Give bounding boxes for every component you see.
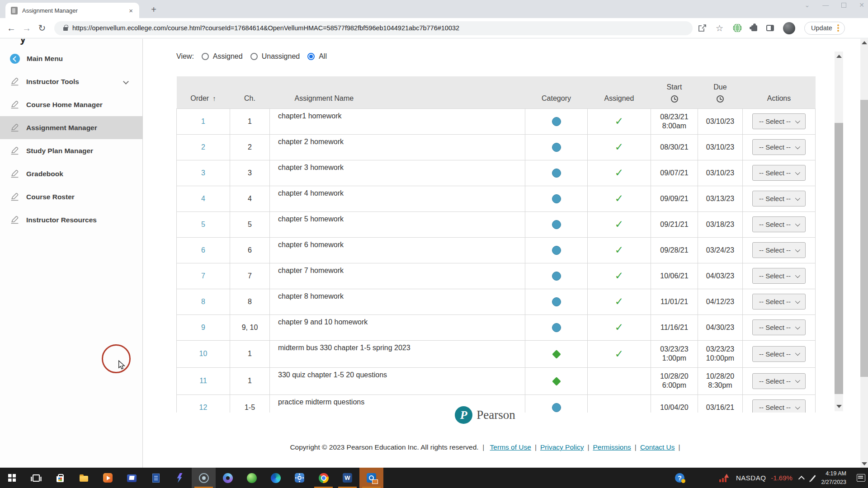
taskbar-slot-scanner[interactable] [120,468,144,488]
taskbar-slot-green-app[interactable] [240,468,264,488]
sidebar-item-label: Main Menu [27,55,63,63]
scrollbar-up-arrow-icon[interactable] [862,41,867,44]
browser-menu-dots-icon[interactable] [837,27,839,29]
stock-down-chart-icon[interactable] [719,474,728,482]
order-link[interactable]: 10 [199,350,208,357]
order-link[interactable]: 8 [201,298,205,305]
table-row: 99, 10chapter 9 and 10 homework✓11/16/21… [177,314,816,340]
order-link[interactable]: 3 [201,169,205,177]
pen-input-icon[interactable] [810,475,816,481]
window-maximize-button[interactable] [841,3,846,8]
order-link[interactable]: 11 [199,377,207,385]
notification-center-icon[interactable] [857,474,865,482]
order-link[interactable]: 5 [201,221,205,228]
header-order[interactable]: Order↑ [177,76,230,108]
url-bar[interactable]: https://openvellum.ecollege.com/course.h… [54,21,693,35]
taskbar-slot-task-view[interactable] [24,468,48,488]
cell-due-date: 03/23/2310:00pm [698,340,743,367]
footer-link-contact-us[interactable]: Contact Us [640,443,675,451]
actions-select-dropdown[interactable]: -- Select -- [752,373,806,389]
order-link[interactable]: 1 [201,117,205,125]
order-link[interactable]: 6 [201,246,205,254]
sidebar-item-course-roster[interactable]: Course Roster [0,185,142,208]
share-icon[interactable] [698,24,707,32]
actions-select-dropdown[interactable]: -- Select -- [752,268,806,284]
back-button[interactable]: ← [4,23,19,33]
taskbar-slot-lightning[interactable] [168,468,192,488]
sidebar-item-assignment-manager[interactable]: Assignment Manager [0,116,142,139]
taskbar-slot-word[interactable] [335,468,359,488]
tab-search-chevron-icon[interactable]: ⌄ [805,2,810,8]
cell-start-date: 11/01/21 [651,289,698,314]
taskbar-slot-screen-recorder[interactable] [192,468,216,488]
taskbar-slot-media-player[interactable] [96,468,120,488]
update-button[interactable]: Update [804,22,845,35]
forward-button[interactable]: → [19,23,34,33]
browser-page-scrollbar[interactable] [860,39,868,468]
cell-actions: -- Select -- [743,186,816,211]
nasdaq-change-value[interactable]: -1.69% [771,474,793,482]
reload-button[interactable]: ↻ [34,23,50,33]
footer-link-permissions[interactable]: Permissions [593,443,631,451]
extensions-puzzle-icon[interactable] [751,25,757,31]
footer-link-terms-of-use[interactable]: Terms of Use [490,443,531,451]
scrollbar-down-arrow-icon[interactable] [836,405,842,408]
actions-select-dropdown[interactable]: -- Select -- [752,294,806,310]
actions-select-dropdown[interactable]: -- Select -- [752,191,806,206]
side-panel-icon[interactable] [766,25,774,31]
actions-select-dropdown[interactable]: -- Select -- [752,346,806,362]
chevron-down-icon[interactable] [123,79,129,84]
footer-separator: | [535,443,537,451]
taskbar-slot-outlook[interactable] [359,468,383,488]
page-scrollbar-thumb[interactable] [860,100,868,377]
scrollbar-down-arrow-icon[interactable] [862,462,867,465]
sidebar-item-instructor-resources[interactable]: Instructor Resources [0,208,142,231]
scrollbar-up-arrow-icon[interactable] [836,55,842,58]
actions-select-dropdown[interactable]: -- Select -- [752,165,806,181]
sidebar-item-gradebook[interactable]: Gradebook [0,162,142,185]
actions-select-dropdown[interactable]: -- Select -- [752,139,806,155]
new-tab-button[interactable]: + [147,4,160,16]
order-link[interactable]: 7 [201,272,205,280]
actions-select-dropdown[interactable]: -- Select -- [752,242,806,258]
bookmark-star-icon[interactable]: ☆ [716,24,723,33]
radio-all[interactable] [307,53,315,60]
click-indicator-ring [102,344,131,373]
order-link[interactable]: 4 [201,195,205,202]
help-icon[interactable]: ? [675,473,684,483]
tray-overflow-chevron-icon[interactable] [798,476,805,482]
order-link[interactable]: 2 [201,143,205,151]
nasdaq-ticker-label[interactable]: NASDAQ [736,474,766,482]
table-scrollbar[interactable] [835,52,843,411]
radio-unassigned[interactable] [250,53,258,60]
cell-category [525,186,588,211]
actions-select-dropdown[interactable]: -- Select -- [752,113,806,129]
actions-select-dropdown[interactable]: -- Select -- [752,319,806,335]
taskbar-slot-file-explorer[interactable] [72,468,96,488]
profile-avatar[interactable] [783,22,795,34]
table-scrollbar-thumb[interactable] [835,123,843,394]
globe-extension-icon[interactable] [732,23,742,33]
window-minimize-button[interactable]: — [822,2,829,8]
sidebar-item-course-home-manager[interactable]: Course Home Manager [0,93,142,116]
order-link[interactable]: 9 [201,324,205,331]
sidebar-item-main-menu[interactable]: Main Menu [0,47,142,70]
taskbar-slot-start[interactable] [0,468,24,488]
taskbar-slot-blue-document[interactable] [144,468,168,488]
footer-link-privacy-policy[interactable]: Privacy Policy [540,443,584,451]
taskbar-slot-edge[interactable] [264,468,288,488]
taskbar-slot-microsoft-store[interactable] [48,468,72,488]
tab-close-icon[interactable]: × [127,7,135,14]
radio-assigned[interactable] [202,53,209,60]
window-close-button[interactable]: ✕ [859,2,864,8]
browser-tab[interactable]: Assignment Manager × [5,3,139,18]
taskbar-slot-chrome[interactable] [311,468,335,488]
taskbar-clock[interactable]: 4:19 AM 2/27/2023 [821,469,846,486]
sort-up-arrow-icon: ↑ [212,94,216,102]
sidebar-item-study-plan-manager[interactable]: Study Plan Manager [0,139,142,162]
taskbar-slot-settings-app[interactable] [288,468,311,488]
taskbar-slot-cortana[interactable] [216,468,240,488]
actions-select-dropdown[interactable]: -- Select -- [752,216,806,232]
sidebar-item-instructor-tools[interactable]: Instructor Tools [0,70,142,93]
sidebar-item-label: Instructor Resources [26,216,97,224]
